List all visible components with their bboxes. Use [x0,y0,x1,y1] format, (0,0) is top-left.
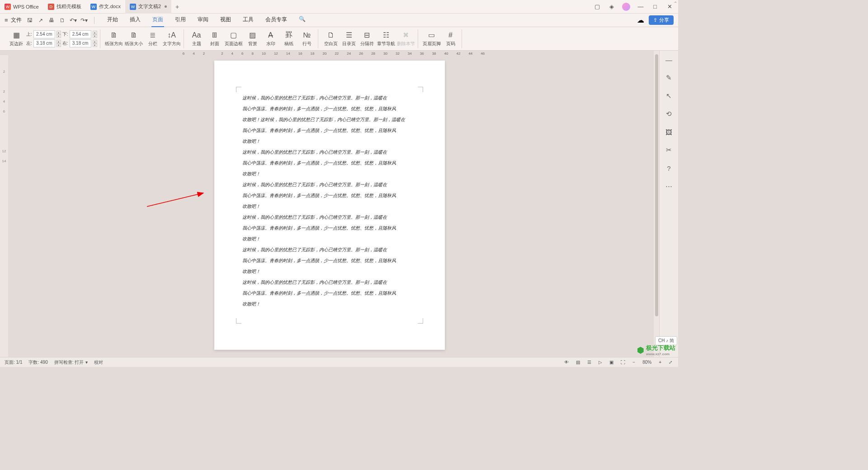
tab-view[interactable]: 视图 [219,13,232,27]
margin-top-input[interactable]: 2.54 cm [33,30,55,38]
spin-down[interactable]: ▾ [93,43,97,47]
redo-button[interactable]: ↷▾ [80,17,88,24]
tab-insert[interactable]: 插入 [129,13,142,27]
page-number-button[interactable]: #页码 [443,31,459,47]
orientation-button[interactable]: 🗎纸张方向 [105,31,123,47]
view-print-layout-icon[interactable]: ▤ [575,360,581,365]
background-button[interactable]: ▨背景 [245,31,261,47]
maximize-button[interactable]: □ [651,3,659,11]
spin-up[interactable]: ▴ [93,40,97,43]
close-button[interactable]: ✕ [665,3,674,11]
more-icon[interactable]: ⋯ [665,182,674,191]
theme-button[interactable]: Aa主题 [189,31,205,47]
avatar[interactable] [622,3,630,11]
columns-button[interactable]: ≣分栏 [145,31,161,47]
view-fullscreen-icon[interactable]: ⛶ [619,360,627,365]
spin-down[interactable]: ▾ [93,34,97,38]
tab-document-2[interactable]: W 文字文稿2 [125,0,171,14]
view-outline-icon[interactable]: ☰ [586,360,593,365]
tab-wps-office[interactable]: W WPS Office [0,0,43,14]
tab-templates[interactable]: D 找稻壳模板 [43,0,86,14]
svg-line-1 [147,193,203,207]
margin-left-input[interactable]: 3.18 cm [33,39,55,47]
print-button[interactable]: 🖶 [48,17,55,24]
modified-dot-icon [165,5,167,8]
export-button[interactable]: ↗ [37,17,44,24]
toc-page-button[interactable]: ☰目录页 [341,31,357,47]
manuscript-button[interactable]: 罫稿纸 [281,31,297,47]
line-number-button[interactable]: №行号 [299,31,315,47]
vertical-ruler[interactable]: 22461214 [0,55,8,357]
spin-up[interactable]: ▴ [93,31,97,34]
print-preview-button[interactable]: 🗋 [59,17,66,24]
panel-icon[interactable]: ▢ [593,3,601,11]
cover-button[interactable]: 🗏封面 [207,31,223,47]
vertical-scrollbar[interactable] [654,51,659,357]
cursor-icon[interactable]: ↖ [665,91,674,100]
paper-size-button[interactable]: 🗎纸张大小 [125,31,143,47]
spin-down[interactable]: ▾ [57,34,61,38]
tools-icon[interactable]: ✂ [665,146,674,155]
cloud-icon[interactable]: ☁ [637,16,644,24]
search-button[interactable]: 🔍 [298,13,307,27]
document-page[interactable]: 这时候，我的心里的忧愁已了无踪影，内心已晴空万里。那一刻，温暖在我心中荡漾。青春… [214,61,445,350]
minimize-button[interactable]: — [637,3,645,11]
fit-page-icon[interactable]: ⤢ [667,360,674,365]
tab-review[interactable]: 审阅 [197,13,209,27]
word-count[interactable]: 字数: 490 [28,359,47,366]
image-icon[interactable]: 🖼 [665,127,674,136]
document-text[interactable]: 这时候，我的心里的忧愁已了无踪影，内心已晴空万里。那一刻，温暖在我心中荡漾。青春… [242,93,417,309]
doc-icon: W [130,4,136,10]
tab-member[interactable]: 会员专享 [264,13,288,27]
margins-button[interactable]: ▦ 页边距 [8,31,24,47]
document-area: 22461214 6422468101214161820222426283032… [0,51,659,357]
tab-reference[interactable]: 引用 [174,13,187,27]
margin-right-label: 右: [62,40,68,47]
spell-check-status[interactable]: 拼写检查: 打开 ▾ [54,359,88,366]
tab-document-1[interactable]: W 作文.docx [86,0,125,14]
blank-page-button[interactable]: 🗋空白页 [323,31,339,47]
tab-label: 找稻壳模板 [57,3,81,10]
margin-bottom-input[interactable]: 2.54 cm [70,30,91,38]
zoom-in-button[interactable]: + [657,360,663,365]
save-button[interactable]: 🖫 [26,17,33,24]
refresh-icon[interactable]: ⟲ [665,109,674,118]
new-tab-button[interactable]: + [171,3,183,10]
page-indicator[interactable]: 页面: 1/1 [5,359,22,366]
spin-down[interactable]: ▾ [57,43,61,47]
undo-button[interactable]: ↶▾ [70,17,77,24]
minus-icon[interactable]: — [665,55,674,64]
view-reading-icon[interactable]: ▷ [597,360,604,365]
page-border-button[interactable]: ▢页面边框 [225,31,243,47]
help-icon[interactable]: ? [665,164,674,173]
border-icon: ▢ [229,31,238,40]
zoom-out-button[interactable]: − [631,360,637,365]
watermark-button[interactable]: A̶水印 [263,31,279,47]
tab-tools[interactable]: 工具 [242,13,255,27]
header-footer-button[interactable]: ▭页眉页脚 [423,31,441,47]
zoom-level[interactable]: 80% [641,360,653,365]
collapse-ribbon-button[interactable]: ⌃ [674,1,677,6]
orientation-icon: 🗎 [109,31,118,40]
view-web-icon[interactable]: ▣ [608,360,615,365]
watermark-icon: A̶ [266,31,275,40]
proofing-button[interactable]: 校对 [94,359,103,366]
cube-icon[interactable]: ◈ [608,3,616,11]
spin-up[interactable]: ▴ [57,31,61,34]
file-menu[interactable]: 文件 [11,16,22,24]
margin-right-input[interactable]: 3.18 cm [70,39,91,47]
delete-section-button: ✖删除本节 [397,31,415,47]
pen-icon[interactable]: ✎ [665,73,674,82]
view-eye-icon[interactable]: 👁 [563,360,570,365]
chapter-nav-button[interactable]: ☷章节导航 [377,31,395,47]
spin-up[interactable]: ▴ [57,40,61,43]
tab-page[interactable]: 页面 [151,13,164,27]
horizontal-ruler[interactable]: 6422468101214161820222426283032343638404… [8,51,659,56]
text-direction-button[interactable]: ↕A文字方向 [163,31,181,47]
tab-start[interactable]: 开始 [106,13,119,27]
break-button[interactable]: ⊟分隔符 [359,31,375,47]
blank-icon: 🗋 [326,31,335,40]
share-button[interactable]: ⇪ 分享 [649,15,674,25]
hamburger-icon[interactable]: ≡ [5,17,8,24]
scrollbar-thumb[interactable] [655,54,658,316]
